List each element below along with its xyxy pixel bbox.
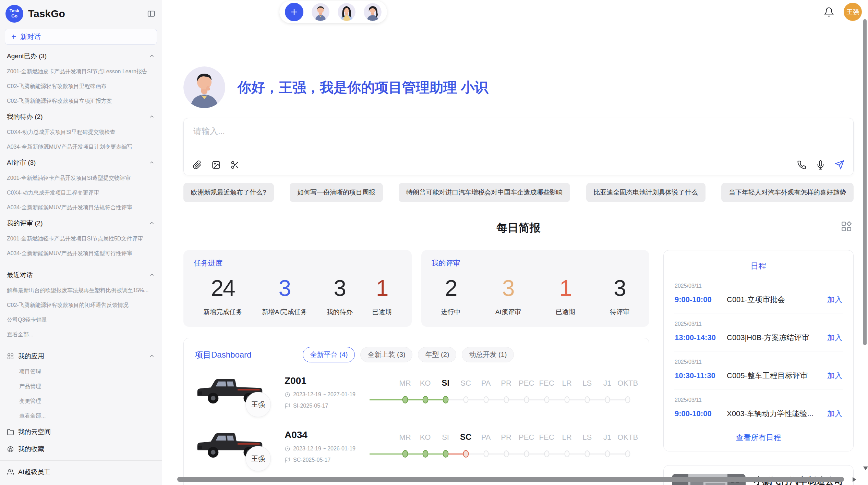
suggestion-chip[interactable]: 如何写一份清晰的项目周报 <box>290 183 383 202</box>
sidebar-section-header[interactable]: 我的待办 (2) <box>0 109 162 125</box>
attachment-icon[interactable] <box>193 160 202 170</box>
sidebar-item[interactable]: A034-全新新能源MUV产品开发项目法规符合性评审 <box>0 200 162 215</box>
scroll-down-arrow[interactable] <box>863 467 868 470</box>
recent-view-all[interactable]: 查看全部... <box>0 327 162 342</box>
sidebar-item[interactable]: Z001-全新燃油轻卡产品开发项目SI造型提交物评审 <box>0 171 162 186</box>
project-code: Z001 <box>285 375 367 386</box>
stat-value: 3 <box>502 277 514 299</box>
add-agent-button[interactable] <box>285 3 303 21</box>
join-link[interactable]: 加入 <box>827 409 842 419</box>
my-review-stats: 2进行中3AI预评审1已逾期3待评审 <box>432 277 639 316</box>
vertical-scrollbar[interactable] <box>863 19 867 345</box>
suggestion-chip[interactable]: 比亚迪全固态电池计划具体说了什么 <box>586 183 706 202</box>
milestone-dot <box>463 450 469 458</box>
schedule-card: 日程 2025/03/119:00-10:00C001-立项审批会加入2025/… <box>663 250 854 451</box>
sidebar-section-header[interactable]: 我的评审 (2) <box>0 215 162 232</box>
sidebar-item[interactable]: C0X4-动力总成开发项目SI里程碑提交物检查 <box>0 125 162 140</box>
app-items: 项目管理产品管理变更管理 <box>0 364 162 409</box>
milestone-label: FEC <box>537 379 557 388</box>
news-card[interactable]: 小鹏飞行汽车制造公司增资 天眼查 App 显示，近日广州汇天飞行汽... <box>663 465 854 485</box>
join-link[interactable]: 加入 <box>827 295 842 305</box>
collapse-sidebar-icon[interactable] <box>147 9 156 18</box>
milestone-dot <box>422 450 428 458</box>
chat-input[interactable] <box>184 118 853 150</box>
milestone-dot-cell <box>496 395 516 404</box>
my-apps-header[interactable]: 我的应用 <box>0 348 162 364</box>
microphone-icon[interactable] <box>816 160 825 170</box>
join-link[interactable]: 加入 <box>827 333 842 343</box>
sidebar-item-help-me-write[interactable]: 帮我写作 <box>0 481 162 485</box>
sidebar-item[interactable]: C0X4-动力总成开发项目工程变更评审 <box>0 186 162 200</box>
agent-avatar-1[interactable] <box>312 3 329 21</box>
app-item[interactable]: 产品管理 <box>0 379 162 394</box>
sidebar-item-ai-super-staff[interactable]: AI超级员工 <box>0 463 162 481</box>
user-avatar[interactable]: 王强 <box>844 3 862 21</box>
milestone-dot-cell <box>557 449 577 458</box>
image-upload-icon[interactable] <box>212 160 221 170</box>
milestone-dot <box>463 396 468 403</box>
agent-avatar-3[interactable] <box>364 3 382 21</box>
sidebar-item[interactable]: A034-全新新能源MUV产品开发项目计划变更表编写 <box>0 140 162 154</box>
main-area: 王强 你好，王强，我是你的项目管理助理 小识 <box>162 0 868 485</box>
sidebar-item-favorites[interactable]: 我的收藏 <box>0 440 162 458</box>
bell-icon[interactable] <box>824 7 834 17</box>
milestone-track: MRKOSISCPAPRPECFECLRLSJ1OKTB <box>370 428 638 458</box>
app-item[interactable]: 项目管理 <box>0 364 162 379</box>
milestone-label: LS <box>577 433 597 442</box>
suggestion-chip[interactable]: 欧洲新规最近颁布了什么? <box>183 183 274 202</box>
milestone-dot <box>443 396 448 403</box>
sidebar-item[interactable]: Z001-全新燃油皮卡产品开发项目SI节点Lesson Learn报告 <box>0 64 162 79</box>
scissors-icon[interactable] <box>230 160 240 170</box>
project-flag: SI-2025-05-17 <box>285 403 367 409</box>
milestone-dot-cell <box>415 395 435 404</box>
sidebar-item-cloud-space[interactable]: 我的云空间 <box>0 423 162 440</box>
stat: 1已逾期 <box>372 277 391 316</box>
agent-avatar-2[interactable] <box>338 3 355 21</box>
sidebar-item[interactable]: Z001-全新燃油轻卡产品开发项目SI节点属性5D文件评审 <box>0 232 162 246</box>
phone-call-icon[interactable] <box>797 160 806 170</box>
layout-apps-icon[interactable] <box>841 221 852 232</box>
section-label: Agent已办 (3) <box>7 52 149 61</box>
milestone-dot-cell <box>598 449 618 458</box>
recent-chat-item[interactable]: C02-飞腾新能源轻客改款项目的闭环通告反馈情况 <box>0 298 162 313</box>
recent-chats-header[interactable]: 最近对话 <box>0 267 162 283</box>
milestone-dot-cell <box>618 395 638 404</box>
schedule-row: 9:00-10:00X003-车辆动力学性能验...加入 <box>675 409 842 419</box>
sidebar-section-header[interactable]: AI评审 (3) <box>0 154 162 171</box>
sidebar-item[interactable]: A034-全新新能源MUV产品开发项目造型可行性评审 <box>0 246 162 261</box>
milestone-label: PA <box>476 379 496 388</box>
suggestion-chip[interactable]: 当下年轻人对汽车外观有怎样的喜好趋势 <box>721 183 854 202</box>
milestone-dot <box>544 396 550 403</box>
scroll-right-arrow[interactable] <box>853 477 856 482</box>
milestone-label: LS <box>577 379 597 388</box>
new-chat-button[interactable]: 新对话 <box>5 29 157 45</box>
view-all-schedule[interactable]: 查看所有日程 <box>674 433 843 443</box>
milestone-dot <box>585 396 590 403</box>
sidebar-section-header[interactable]: Agent已办 (3) <box>0 48 162 64</box>
project-info: A0342023-12-19 ~ 2026-01-19SC-2025-05-17 <box>285 428 367 463</box>
sidebar-item[interactable]: C02-飞腾新能源轻客改款项目里程碑画布 <box>0 79 162 94</box>
schedule-row: 9:00-10:00C001-立项审批会加入 <box>675 295 842 305</box>
filter-pill[interactable]: 年型 (2) <box>418 347 456 362</box>
stat-label: 已逾期 <box>556 308 575 316</box>
milestone-dot <box>585 450 590 457</box>
apps-view-all[interactable]: 查看全部... <box>0 409 162 423</box>
filter-pill[interactable]: 全新上装 (3) <box>360 347 412 362</box>
send-icon[interactable] <box>835 160 844 170</box>
schedule-item: 2025/03/119:00-10:00C001-立项审批会加入 <box>674 275 843 313</box>
schedule-date: 2025/03/11 <box>675 321 842 327</box>
milestone-dot-cell <box>516 449 537 458</box>
schedule-event-title: C003|H0B-方案冻结评审 <box>727 333 823 343</box>
recent-chat-item[interactable]: 解释最新出台的欧盟报废车法规再生塑料比例被调至15%... <box>0 283 162 298</box>
milestone-track: MRKOSISCPAPRPECFECLRLSJ1OKTB <box>370 374 638 404</box>
suggestion-chip[interactable]: 特朗普可能对进口汽车增税会对中国车企造成哪些影响 <box>399 183 570 202</box>
filter-pill[interactable]: 全新平台 (4) <box>303 347 355 362</box>
section-label: 我的待办 (2) <box>7 112 149 121</box>
recent-chat-item[interactable]: 公司Q3轻卡销量 <box>0 313 162 327</box>
sidebar-item[interactable]: C02-飞腾新能源轻客改款项目立项汇报方案 <box>0 94 162 109</box>
horizontal-scrollbar[interactable] <box>177 477 844 482</box>
filter-pill[interactable]: 动总开发 (1) <box>462 347 514 362</box>
app-item[interactable]: 变更管理 <box>0 394 162 409</box>
milestone-dot <box>544 450 550 457</box>
join-link[interactable]: 加入 <box>827 371 842 381</box>
